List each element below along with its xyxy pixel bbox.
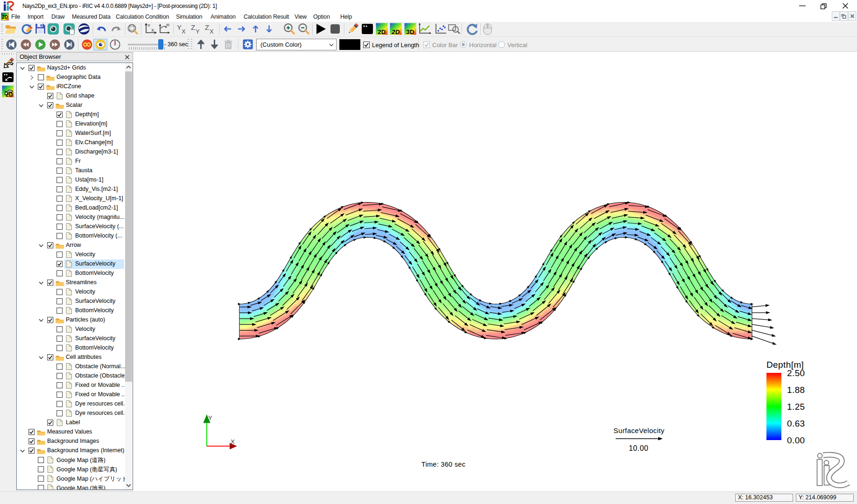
svg-text:0.63: 0.63: [787, 419, 805, 428]
svg-text:2D: 2D: [391, 28, 400, 35]
svg-text:Y: Y: [177, 23, 182, 31]
svg-text:Z: Z: [191, 23, 195, 31]
svg-text:2.50: 2.50: [787, 368, 805, 378]
svg-text:X: X: [182, 28, 186, 35]
svg-text:Y: Y: [196, 28, 200, 35]
svg-text:1.25: 1.25: [787, 402, 805, 412]
svg-text:X: X: [210, 28, 214, 35]
svg-text:1.88: 1.88: [787, 385, 805, 395]
svg-text:Z: Z: [205, 23, 209, 31]
svg-text:2D: 2D: [2, 14, 8, 20]
svg-text:X: X: [231, 438, 235, 445]
svg-text:2D: 2D: [378, 28, 386, 35]
svg-text:SurfaceVelocity: SurfaceVelocity: [613, 427, 664, 434]
svg-text:X: X: [151, 28, 154, 33]
svg-text:Y: Y: [148, 23, 150, 28]
svg-text:0.00: 0.00: [787, 435, 805, 445]
svg-text:10.00: 10.00: [629, 444, 648, 452]
svg-text:3D: 3D: [406, 28, 414, 35]
svg-text:Time: 360 sec: Time: 360 sec: [421, 461, 465, 468]
svg-text:90: 90: [166, 23, 170, 27]
svg-text:Y: Y: [208, 414, 212, 421]
